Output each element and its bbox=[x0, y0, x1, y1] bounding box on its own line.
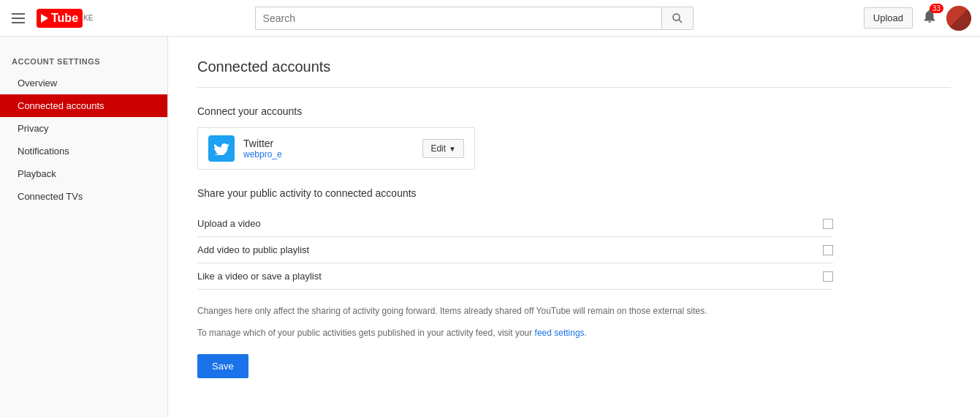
checkbox-upload[interactable] bbox=[823, 219, 833, 229]
sidebar-item-connected-tvs[interactable]: Connected TVs bbox=[0, 185, 167, 208]
avatar-image bbox=[946, 6, 971, 31]
play-triangle-icon bbox=[41, 14, 48, 23]
main-content: Connected accounts Connect your accounts… bbox=[168, 37, 980, 417]
manage-text-after: . bbox=[585, 328, 587, 338]
sidebar-item-notifications[interactable]: Notifications bbox=[0, 140, 167, 162]
activity-label-playlist: Add video to public playlist bbox=[197, 244, 309, 255]
hamburger-menu-icon[interactable] bbox=[9, 10, 28, 26]
twitter-username: webpro_e bbox=[243, 149, 422, 159]
svg-line-1 bbox=[679, 20, 682, 23]
activity-item-upload: Upload a video bbox=[197, 211, 833, 237]
header-right: Upload 33 bbox=[864, 6, 971, 31]
search-icon bbox=[672, 12, 683, 24]
sidebar-item-playback[interactable]: Playback bbox=[0, 162, 167, 185]
upload-button[interactable]: Upload bbox=[864, 7, 913, 29]
youtube-logo[interactable]: Tube KE bbox=[37, 9, 93, 28]
page-title: Connected accounts bbox=[197, 59, 951, 88]
notification-count: 33 bbox=[930, 4, 943, 13]
checkbox-playlist[interactable] bbox=[823, 245, 833, 255]
activity-item-playlist: Add video to public playlist bbox=[197, 237, 833, 263]
twitter-bird-icon bbox=[213, 142, 229, 155]
search-bar bbox=[255, 7, 694, 30]
connect-section-title: Connect your accounts bbox=[197, 105, 951, 117]
search-input[interactable] bbox=[255, 7, 661, 30]
header: Tube KE Upload 33 bbox=[0, 0, 980, 37]
twitter-logo-icon bbox=[208, 135, 235, 162]
page-wrapper: ACCOUNT SETTINGS Overview Connected acco… bbox=[0, 37, 980, 417]
search-button[interactable] bbox=[661, 7, 694, 30]
edit-button[interactable]: Edit ▼ bbox=[422, 139, 464, 158]
activity-item-like: Like a video or save a playlist bbox=[197, 263, 833, 290]
checkbox-like[interactable] bbox=[823, 271, 833, 282]
header-left: Tube KE bbox=[9, 9, 170, 28]
sidebar-section-title: ACCOUNT SETTINGS bbox=[0, 51, 167, 72]
logo-country: KE bbox=[83, 14, 93, 22]
logo-tube-text: Tube bbox=[51, 12, 78, 25]
share-section-title: Share your public activity to connected … bbox=[197, 187, 951, 199]
logo-icon: Tube bbox=[37, 9, 83, 28]
twitter-info: Twitter webpro_e bbox=[243, 138, 422, 159]
edit-label: Edit bbox=[430, 143, 446, 154]
save-button[interactable]: Save bbox=[197, 354, 248, 378]
activity-label-like: Like a video or save a playlist bbox=[197, 271, 322, 282]
twitter-name: Twitter bbox=[243, 138, 422, 149]
manage-text: To manage which of your public activitie… bbox=[197, 326, 753, 339]
sidebar-item-privacy[interactable]: Privacy bbox=[0, 117, 167, 140]
notification-bell[interactable]: 33 bbox=[922, 8, 938, 28]
feed-settings-link[interactable]: feed settings bbox=[535, 328, 585, 338]
activity-list: Upload a video Add video to public playl… bbox=[197, 211, 833, 290]
twitter-card: Twitter webpro_e Edit ▼ bbox=[197, 127, 475, 170]
sidebar-item-connected-accounts[interactable]: Connected accounts bbox=[0, 94, 167, 117]
avatar[interactable] bbox=[946, 6, 971, 31]
sidebar-item-overview[interactable]: Overview bbox=[0, 72, 167, 94]
chevron-down-icon: ▼ bbox=[449, 145, 456, 153]
info-text: Changes here only affect the sharing of … bbox=[197, 304, 753, 318]
activity-label-upload: Upload a video bbox=[197, 218, 261, 229]
manage-text-before: To manage which of your public activitie… bbox=[197, 328, 535, 338]
sidebar: ACCOUNT SETTINGS Overview Connected acco… bbox=[0, 37, 168, 417]
svg-point-0 bbox=[673, 14, 680, 20]
